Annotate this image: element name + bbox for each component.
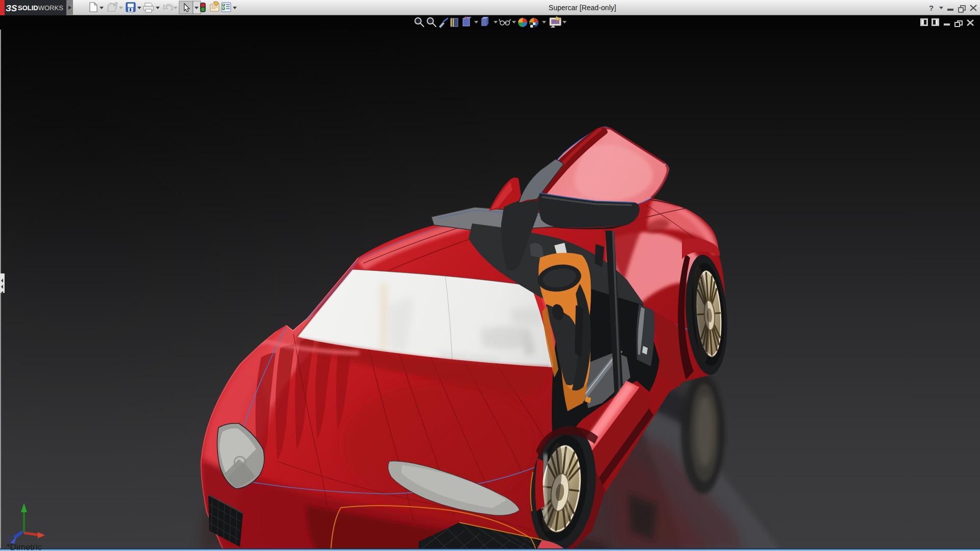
svg-text:?: ? — [929, 4, 934, 12]
svg-text:Z: Z — [7, 535, 11, 542]
svg-text:SOLIDWORKS: SOLIDWORKS — [18, 4, 63, 12]
svg-text:Supercar [Read-only]: Supercar [Read-only] — [549, 4, 616, 12]
svg-text:*Dimetric: *Dimetric — [7, 542, 42, 551]
svg-text:ЗS: ЗS — [6, 4, 17, 13]
